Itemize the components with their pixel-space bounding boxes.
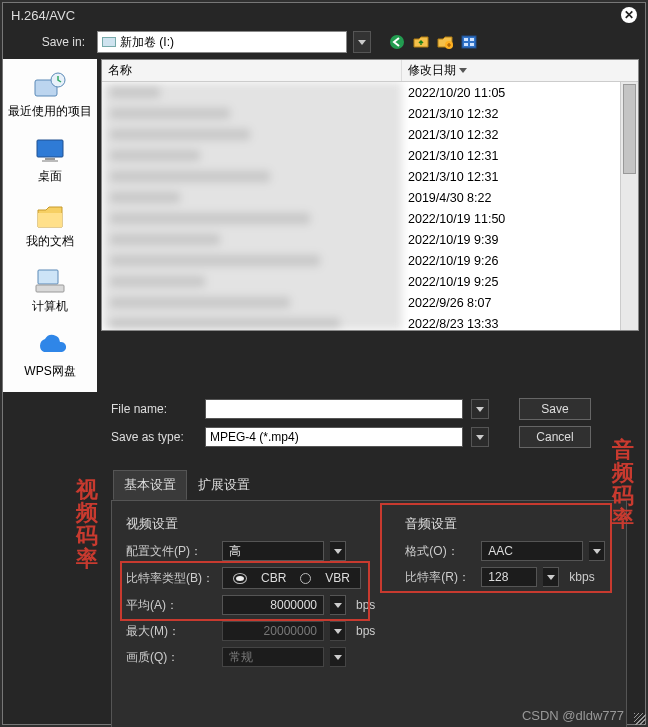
scrollbar-thumb[interactable]	[623, 84, 636, 174]
svg-rect-4	[470, 38, 474, 41]
svg-rect-3	[464, 38, 468, 41]
documents-icon	[33, 201, 67, 231]
browser-area: 最近使用的项目 桌面 我的文档 计算机 WPS网盘 名称	[3, 59, 645, 392]
file-date: 2022/10/19 9:25	[402, 271, 620, 292]
desktop-icon	[33, 136, 67, 166]
audio-bitrate-dd[interactable]	[543, 567, 559, 587]
file-name-dropdown[interactable]	[471, 399, 489, 419]
quality-select-dd	[330, 647, 346, 667]
nav-new-folder-icon[interactable]	[437, 34, 453, 50]
svg-rect-11	[42, 160, 58, 162]
places-sidebar: 最近使用的项目 桌面 我的文档 计算机 WPS网盘	[3, 59, 97, 392]
audio-bitrate-label: 比特率(R)：	[405, 569, 475, 586]
title-text: H.264/AVC	[11, 8, 75, 23]
svg-rect-6	[470, 43, 474, 46]
audio-format-select[interactable]: AAC	[481, 541, 583, 561]
sidebar-label: 计算机	[32, 298, 68, 315]
cancel-button[interactable]: Cancel	[519, 426, 591, 448]
file-date: 2022/10/19 9:26	[402, 250, 620, 271]
save-in-path[interactable]: 新加卷 (I:)	[97, 31, 347, 53]
svg-point-0	[390, 35, 404, 49]
svg-rect-12	[38, 270, 58, 284]
settings-tabs: 基本设置 扩展设置	[113, 470, 645, 500]
sidebar-label: 桌面	[38, 168, 62, 185]
radio-cbr-label: CBR	[261, 571, 286, 585]
file-list[interactable]: 名称 修改日期	[101, 59, 639, 331]
quality-select: 常规	[222, 647, 324, 667]
radio-cbr[interactable]	[233, 573, 247, 584]
max-bitrate-label: 最大(M)：	[126, 623, 216, 640]
sidebar-label: 最近使用的项目	[8, 103, 92, 120]
max-bitrate-input: 20000000	[222, 621, 324, 641]
audio-format-dd[interactable]	[589, 541, 605, 561]
file-list-scrollbar[interactable]	[620, 82, 638, 330]
file-date: 2022/10/19 11:50	[402, 208, 620, 229]
sidebar-label: 我的文档	[26, 233, 74, 250]
file-date: 2021/3/10 12:31	[402, 166, 620, 187]
computer-icon	[33, 266, 67, 296]
file-date: 2021/3/10 12:32	[402, 124, 620, 145]
nav-up-icon[interactable]	[413, 34, 429, 50]
recent-icon	[33, 71, 67, 101]
file-date: 2021/3/10 12:32	[402, 103, 620, 124]
close-icon[interactable]: ✕	[621, 7, 637, 23]
watermark: CSDN @dldw777	[522, 708, 624, 723]
tab-advanced[interactable]: 扩展设置	[187, 470, 261, 500]
svg-rect-9	[37, 140, 63, 157]
audio-bitrate-select[interactable]: 128	[481, 567, 537, 587]
column-name[interactable]: 名称	[102, 60, 402, 81]
nav-view-icon[interactable]	[461, 34, 477, 50]
save-as-type-label: Save as type:	[111, 430, 197, 444]
audio-bitrate-unit: kbps	[569, 570, 594, 584]
save-in-row: Save in: 新加卷 (I:)	[3, 27, 645, 59]
file-name-input[interactable]	[205, 399, 463, 419]
file-date: 2019/4/30 8:22	[402, 187, 620, 208]
svg-rect-5	[464, 43, 468, 46]
video-settings: 视频设置 配置文件(P)： 高 比特率类型(B)： CBR VBR	[126, 515, 375, 673]
file-date-column: 2022/10/20 11:05 2021/3/10 12:32 2021/3/…	[402, 82, 620, 330]
avg-bitrate-unit: bps	[356, 598, 375, 612]
audio-settings: 音频设置 格式(O)： AAC 比特率(R)： 128 kbps	[405, 515, 612, 673]
dialog-window: H.264/AVC ✕ Save in: 新加卷 (I:)	[2, 2, 646, 725]
file-date: 2021/3/10 12:31	[402, 145, 620, 166]
tab-basic[interactable]: 基本设置	[113, 470, 187, 500]
max-bitrate-unit: bps	[356, 624, 375, 638]
sidebar-item-computer[interactable]: 计算机	[3, 258, 97, 323]
sidebar-item-wps[interactable]: WPS网盘	[3, 323, 97, 388]
profile-select[interactable]: 高	[222, 541, 324, 561]
avg-bitrate-input[interactable]: 8000000	[222, 595, 324, 615]
save-as-type-select[interactable]: MPEG-4 (*.mp4)	[205, 427, 463, 447]
save-in-dropdown[interactable]	[353, 31, 371, 53]
column-date[interactable]: 修改日期	[402, 60, 532, 81]
titlebar: H.264/AVC ✕	[3, 3, 645, 27]
radio-vbr[interactable]	[300, 573, 311, 584]
nav-back-icon[interactable]	[389, 34, 405, 50]
svg-rect-13	[36, 285, 64, 292]
save-button[interactable]: Save	[519, 398, 591, 420]
file-name-label: File name:	[111, 402, 197, 416]
file-list-header: 名称 修改日期	[102, 60, 638, 82]
file-date: 2022/8/23 13:33	[402, 313, 620, 330]
audio-heading: 音频设置	[405, 515, 612, 533]
resize-grip-icon[interactable]	[630, 709, 648, 727]
bitrate-type-label: 比特率类型(B)：	[126, 570, 216, 587]
sidebar-item-desktop[interactable]: 桌面	[3, 128, 97, 193]
save-as-type-dropdown[interactable]	[471, 427, 489, 447]
sidebar-item-recent[interactable]: 最近使用的项目	[3, 63, 97, 128]
sort-desc-icon	[459, 68, 467, 73]
drive-icon	[102, 37, 116, 47]
svg-rect-2	[462, 36, 476, 48]
radio-vbr-label: VBR	[325, 571, 350, 585]
video-heading: 视频设置	[126, 515, 375, 533]
avg-bitrate-dd[interactable]	[330, 595, 346, 615]
settings-panel: 视频设置 配置文件(P)： 高 比特率类型(B)： CBR VBR	[111, 500, 627, 727]
quality-label: 画质(Q)：	[126, 649, 216, 666]
max-bitrate-dd	[330, 621, 346, 641]
audio-format-label: 格式(O)：	[405, 543, 475, 560]
column-date-label: 修改日期	[408, 62, 456, 79]
svg-rect-10	[45, 158, 55, 160]
sidebar-item-documents[interactable]: 我的文档	[3, 193, 97, 258]
profile-select-dd[interactable]	[330, 541, 346, 561]
wps-cloud-icon	[33, 331, 67, 361]
save-in-value: 新加卷 (I:)	[120, 34, 174, 51]
